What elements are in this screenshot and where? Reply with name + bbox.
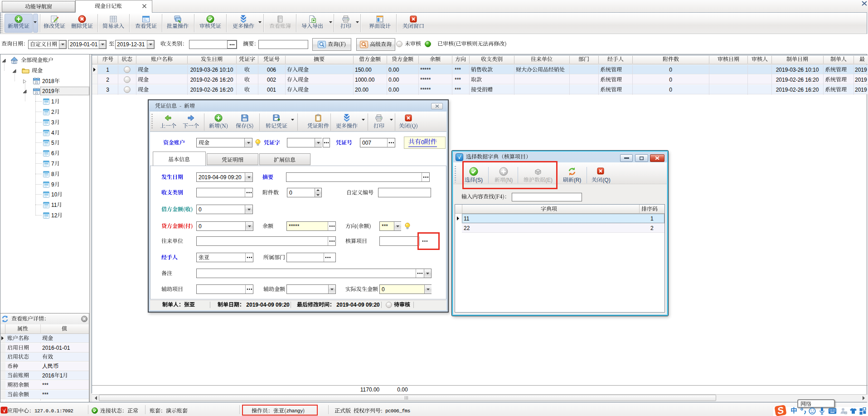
svg-text:2: 2 <box>845 411 846 414</box>
svg-text:21: 21 <box>35 91 39 94</box>
svg-text:21: 21 <box>35 81 39 84</box>
